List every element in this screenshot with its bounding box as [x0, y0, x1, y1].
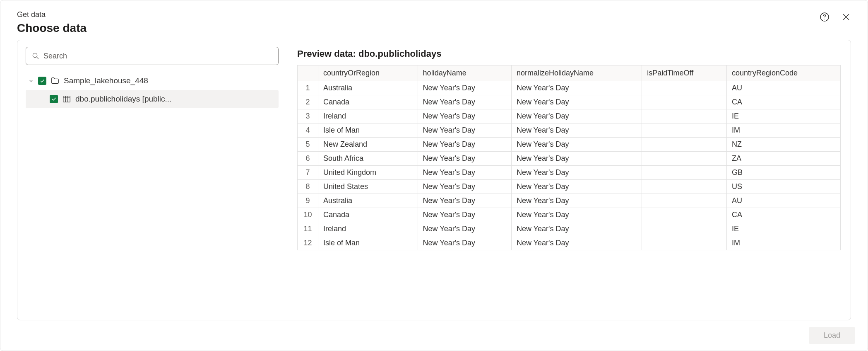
- col-normalizeHolidayName[interactable]: normalizeHolidayName: [511, 65, 642, 81]
- cell-rownum: 1: [298, 81, 318, 95]
- col-countryOrRegion[interactable]: countryOrRegion: [318, 65, 418, 81]
- cell-isPaidTimeOff: [642, 222, 727, 236]
- chevron-down-icon[interactable]: [28, 78, 34, 84]
- breadcrumb: Get data: [17, 10, 87, 19]
- tree-root-row[interactable]: Sample_lakehouse_448: [26, 72, 279, 90]
- cell-holidayName: New Year's Day: [418, 109, 511, 123]
- cell-countryRegionCode: NZ: [726, 138, 840, 152]
- cell-countryOrRegion: Canada: [318, 95, 418, 109]
- cell-isPaidTimeOff: [642, 236, 727, 250]
- tree-root-label: Sample_lakehouse_448: [64, 76, 148, 85]
- cell-rownum: 9: [298, 194, 318, 208]
- table-row[interactable]: 7United KingdomNew Year's DayNew Year's …: [298, 166, 841, 180]
- table-icon: [62, 94, 71, 104]
- cell-normalizeHolidayName: New Year's Day: [511, 222, 642, 236]
- cell-countryOrRegion: South Africa: [318, 152, 418, 166]
- cell-normalizeHolidayName: New Year's Day: [511, 194, 642, 208]
- cell-rownum: 11: [298, 222, 318, 236]
- cell-normalizeHolidayName: New Year's Day: [511, 109, 642, 123]
- get-data-dialog: Get data Choose data: [0, 0, 868, 351]
- object-tree: Sample_lakehouse_448 dbo.publicholidays …: [26, 72, 279, 108]
- table-row[interactable]: 5New ZealandNew Year's DayNew Year's Day…: [298, 138, 841, 152]
- col-holidayName[interactable]: holidayName: [418, 65, 511, 81]
- col-rownum: [298, 65, 318, 81]
- navigator-pane: Sample_lakehouse_448 dbo.publicholidays …: [17, 40, 287, 320]
- cell-isPaidTimeOff: [642, 123, 727, 138]
- table-row[interactable]: 12Isle of ManNew Year's DayNew Year's Da…: [298, 236, 841, 250]
- cell-holidayName: New Year's Day: [418, 194, 511, 208]
- table-row[interactable]: 6South AfricaNew Year's DayNew Year's Da…: [298, 152, 841, 166]
- load-button[interactable]: Load: [809, 327, 855, 344]
- child-checkbox[interactable]: [50, 95, 58, 103]
- tree-child-row[interactable]: dbo.publicholidays [public...: [26, 90, 279, 108]
- preview-pane: Preview data: dbo.publicholidays country…: [287, 40, 851, 320]
- cell-isPaidTimeOff: [642, 152, 727, 166]
- cell-countryOrRegion: Australia: [318, 81, 418, 95]
- cell-countryRegionCode: IE: [726, 109, 840, 123]
- col-countryRegionCode[interactable]: countryRegionCode: [726, 65, 840, 81]
- cell-countryRegionCode: IM: [726, 123, 840, 138]
- page-title: Choose data: [17, 22, 87, 35]
- cell-holidayName: New Year's Day: [418, 81, 511, 95]
- cell-normalizeHolidayName: New Year's Day: [511, 236, 642, 250]
- cell-countryRegionCode: CA: [726, 208, 840, 222]
- search-icon: [32, 52, 39, 60]
- cell-holidayName: New Year's Day: [418, 236, 511, 250]
- cell-countryOrRegion: Australia: [318, 194, 418, 208]
- header-icons: [820, 12, 851, 22]
- cell-normalizeHolidayName: New Year's Day: [511, 123, 642, 138]
- cell-countryOrRegion: Isle of Man: [318, 123, 418, 138]
- table-row[interactable]: 2CanadaNew Year's DayNew Year's DayCA: [298, 95, 841, 109]
- cell-countryOrRegion: New Zealand: [318, 138, 418, 152]
- cell-holidayName: New Year's Day: [418, 180, 511, 194]
- cell-rownum: 12: [298, 236, 318, 250]
- cell-countryOrRegion: Ireland: [318, 222, 418, 236]
- col-isPaidTimeOff[interactable]: isPaidTimeOff: [642, 65, 727, 81]
- cell-rownum: 6: [298, 152, 318, 166]
- cell-rownum: 8: [298, 180, 318, 194]
- cell-countryOrRegion: Canada: [318, 208, 418, 222]
- dialog-footer: Load: [0, 320, 868, 351]
- cell-normalizeHolidayName: New Year's Day: [511, 81, 642, 95]
- cell-isPaidTimeOff: [642, 180, 727, 194]
- cell-normalizeHolidayName: New Year's Day: [511, 152, 642, 166]
- cell-holidayName: New Year's Day: [418, 222, 511, 236]
- cell-normalizeHolidayName: New Year's Day: [511, 180, 642, 194]
- table-row[interactable]: 11IrelandNew Year's DayNew Year's DayIE: [298, 222, 841, 236]
- cell-rownum: 5: [298, 138, 318, 152]
- table-row[interactable]: 10CanadaNew Year's DayNew Year's DayCA: [298, 208, 841, 222]
- cell-normalizeHolidayName: New Year's Day: [511, 208, 642, 222]
- cell-isPaidTimeOff: [642, 109, 727, 123]
- cell-countryOrRegion: United States: [318, 180, 418, 194]
- preview-table: countryOrRegion holidayName normalizeHol…: [297, 65, 841, 250]
- cell-holidayName: New Year's Day: [418, 166, 511, 180]
- help-icon[interactable]: [820, 12, 830, 22]
- close-icon[interactable]: [841, 12, 851, 22]
- svg-rect-3: [63, 96, 70, 102]
- table-row[interactable]: 9AustraliaNew Year's DayNew Year's DayAU: [298, 194, 841, 208]
- table-row[interactable]: 1AustraliaNew Year's DayNew Year's DayAU: [298, 81, 841, 95]
- cell-countryRegionCode: ZA: [726, 152, 840, 166]
- cell-rownum: 4: [298, 123, 318, 138]
- cell-countryOrRegion: Isle of Man: [318, 236, 418, 250]
- table-header-row: countryOrRegion holidayName normalizeHol…: [298, 65, 841, 81]
- table-row[interactable]: 8United StatesNew Year's DayNew Year's D…: [298, 180, 841, 194]
- cell-countryOrRegion: United Kingdom: [318, 166, 418, 180]
- cell-rownum: 7: [298, 166, 318, 180]
- search-input[interactable]: [43, 52, 272, 61]
- cell-countryOrRegion: Ireland: [318, 109, 418, 123]
- cell-holidayName: New Year's Day: [418, 138, 511, 152]
- cell-holidayName: New Year's Day: [418, 208, 511, 222]
- cell-isPaidTimeOff: [642, 166, 727, 180]
- search-box[interactable]: [26, 47, 279, 65]
- tree-child-label: dbo.publicholidays [public...: [75, 94, 171, 104]
- dialog-body: Sample_lakehouse_448 dbo.publicholidays …: [17, 40, 851, 320]
- cell-holidayName: New Year's Day: [418, 123, 511, 138]
- cell-countryRegionCode: IE: [726, 222, 840, 236]
- table-row[interactable]: 4Isle of ManNew Year's DayNew Year's Day…: [298, 123, 841, 138]
- svg-point-1: [824, 19, 825, 19]
- cell-holidayName: New Year's Day: [418, 152, 511, 166]
- cell-rownum: 2: [298, 95, 318, 109]
- table-row[interactable]: 3IrelandNew Year's DayNew Year's DayIE: [298, 109, 841, 123]
- root-checkbox[interactable]: [38, 77, 46, 85]
